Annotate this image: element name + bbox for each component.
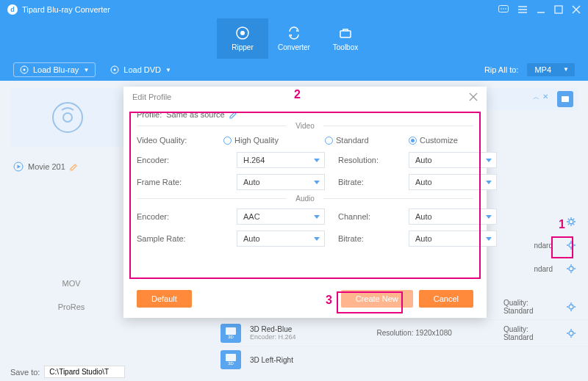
svg-line-28	[573, 224, 574, 225]
disc-icon	[20, 65, 29, 74]
svg-rect-47	[226, 327, 236, 335]
loadbar: Load Blu-ray ▼ Load DVD ▼ Rip All to: MP…	[0, 59, 588, 81]
edit-icon[interactable]	[70, 163, 78, 171]
svg-line-27	[568, 219, 569, 219]
bitrate-label: Bitrate:	[338, 178, 395, 186]
gear-icon[interactable]	[566, 264, 588, 274]
gear-icon[interactable]	[566, 240, 588, 250]
radio-standard[interactable]: Standard	[325, 136, 409, 145]
svg-point-42	[569, 305, 573, 309]
svg-line-30	[568, 224, 569, 225]
resolution-label: Resolution:	[338, 156, 395, 164]
video-resolution-select[interactable]: Auto	[409, 152, 497, 168]
sidebar-item-prores[interactable]: ProRes	[10, 295, 132, 319]
svg-point-3	[505, 8, 506, 10]
gear-icon[interactable]	[566, 217, 588, 227]
profile-quality: Quality: Standard	[503, 325, 557, 341]
format-thumb-icon: 3D	[220, 350, 241, 369]
menu-icon[interactable]	[517, 5, 528, 14]
ripper-icon	[235, 26, 250, 40]
chevron-down-icon: ▼	[83, 67, 89, 73]
titlebar: d Tipard Blu-ray Converter	[0, 0, 588, 18]
svg-point-31	[569, 243, 573, 247]
audio-section-header: Audio	[137, 195, 473, 203]
format-thumb-icon: 3D	[220, 324, 241, 343]
audio-bitrate-select[interactable]: Auto	[409, 231, 497, 247]
close-icon[interactable]	[469, 92, 478, 101]
movie-item[interactable]: Movie 201	[10, 157, 132, 176]
bluray-disc-icon	[50, 100, 85, 135]
profile-label: Profile:	[137, 110, 162, 119]
radio-customize[interactable]: Customize	[409, 136, 458, 145]
encoder-label: Encoder:	[137, 156, 223, 164]
svg-rect-8	[555, 6, 562, 13]
logo-icon: d	[7, 4, 18, 15]
chevron-down-icon: ▼	[165, 67, 171, 73]
tab-ripper[interactable]: Ripper	[217, 18, 268, 59]
maximize-icon[interactable]	[554, 5, 563, 14]
disc-icon	[110, 65, 119, 74]
audio-encoder-select[interactable]: AAC	[237, 208, 325, 225]
video-section-header: Video	[137, 122, 473, 130]
radio-high-quality[interactable]: High Quality	[223, 136, 325, 145]
minimize-icon[interactable]	[537, 5, 545, 14]
svg-point-1	[501, 8, 502, 10]
svg-point-17	[114, 69, 116, 71]
tab-converter[interactable]: Converter	[268, 18, 320, 59]
samplerate-label: Sample Rate:	[137, 234, 223, 243]
load-bluray-button[interactable]: Load Blu-ray ▼	[13, 62, 96, 77]
svg-point-19	[63, 113, 72, 122]
sidebar-item-mov[interactable]: MOV	[10, 272, 132, 295]
close-icon[interactable]	[572, 5, 581, 14]
format-badge-mp4[interactable]	[557, 91, 573, 107]
svg-point-48	[569, 331, 573, 335]
video-framerate-select[interactable]: Auto	[237, 174, 325, 190]
disc-thumbnail[interactable]	[10, 88, 124, 147]
dialog-title: Edit Profile	[132, 92, 171, 101]
audio-samplerate-select[interactable]: Auto	[237, 231, 325, 247]
profile-res: Resolution: 1920x1080	[376, 329, 473, 337]
converter-icon	[287, 26, 301, 40]
profile-quality: Quality: Standard	[503, 299, 557, 315]
quality-cell: ndard	[534, 265, 553, 273]
svg-point-36	[569, 266, 573, 271]
svg-rect-53	[226, 354, 236, 361]
gear-icon[interactable]	[566, 328, 588, 338]
play-icon	[13, 162, 24, 172]
chevron-up-icon[interactable]: ︿	[533, 92, 539, 102]
default-button[interactable]: Default	[137, 290, 192, 308]
framerate-label: Frame Rate:	[137, 178, 223, 186]
svg-point-2	[503, 8, 504, 10]
mode-tabs: Ripper Converter Toolbox	[0, 18, 588, 59]
svg-rect-21	[562, 96, 569, 102]
quality-cell: ndard	[534, 242, 553, 250]
cancel-button[interactable]: Cancel	[419, 290, 473, 308]
video-encoder-select[interactable]: H.264	[237, 152, 325, 168]
profile-row[interactable]: 3D 3D Left-Right	[220, 346, 588, 373]
save-bar: Save to:	[10, 366, 125, 378]
load-dvd-button[interactable]: Load DVD ▼	[104, 63, 177, 76]
tab-toolbox[interactable]: Toolbox	[320, 18, 371, 59]
edit-icon[interactable]	[229, 111, 237, 119]
channel-label: Channel:	[338, 212, 395, 221]
encoder-label: Encoder:	[137, 212, 223, 221]
profile-row[interactable]: 3D 3D Red-BlueEncoder: H.264 Resolution:…	[220, 320, 588, 346]
movie-title: Movie 201	[28, 162, 65, 171]
close-small-icon[interactable]: ✕	[542, 92, 548, 102]
create-new-button[interactable]: Create New	[341, 290, 413, 308]
gear-icon[interactable]	[566, 302, 588, 312]
save-path-input[interactable]	[44, 366, 125, 378]
video-bitrate-select[interactable]: Auto	[409, 174, 497, 190]
video-quality-label: Video Quality:	[137, 136, 223, 145]
svg-point-15	[24, 69, 26, 71]
profile-title: 3D Red-Blue	[250, 325, 347, 333]
bitrate-label: Bitrate:	[338, 234, 395, 243]
rip-all-select[interactable]: MP4	[527, 63, 575, 76]
view-toggles[interactable]: ︿ ✕	[533, 92, 548, 102]
edit-profile-dialog: Edit Profile Profile: Same as source Vid…	[123, 87, 487, 318]
left-panel: Movie 201 MOV ProRes	[0, 81, 132, 360]
feedback-icon[interactable]	[498, 5, 509, 14]
rip-all-label: Rip All to:	[484, 65, 518, 74]
audio-channel-select[interactable]: Auto	[409, 208, 497, 225]
profile-title: 3D Left-Right	[250, 356, 293, 364]
